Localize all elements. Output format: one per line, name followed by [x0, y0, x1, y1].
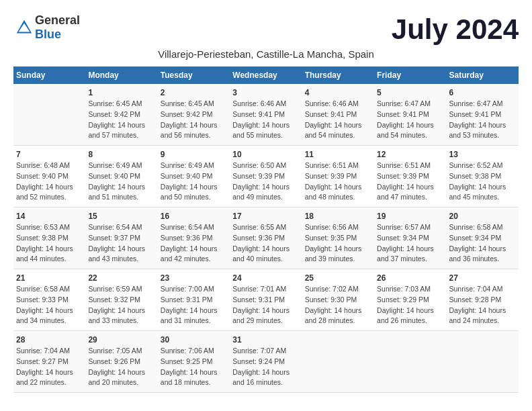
- calendar-week-row: 28Sunrise: 7:04 AM Sunset: 9:27 PM Dayli…: [13, 331, 519, 393]
- calendar-day-cell: 18Sunrise: 6:56 AM Sunset: 9:35 PM Dayli…: [302, 208, 374, 269]
- calendar-day-cell: 13Sunrise: 6:52 AM Sunset: 9:38 PM Dayli…: [447, 146, 519, 208]
- day-number: 14: [16, 212, 83, 221]
- calendar-day-cell: 7Sunrise: 6:48 AM Sunset: 9:40 PM Daylig…: [13, 146, 85, 208]
- day-info: Sunrise: 7:05 AM Sunset: 9:26 PM Dayligh…: [88, 346, 154, 388]
- day-number: 23: [161, 273, 227, 283]
- day-number: 27: [449, 273, 516, 283]
- calendar-week-row: 1Sunrise: 6:45 AM Sunset: 9:42 PM Daylig…: [13, 84, 519, 146]
- day-info: Sunrise: 7:04 AM Sunset: 9:28 PM Dayligh…: [449, 284, 516, 326]
- day-number: 5: [377, 88, 443, 97]
- day-number: 29: [88, 335, 154, 345]
- day-info: Sunrise: 6:57 AM Sunset: 9:34 PM Dayligh…: [377, 222, 443, 265]
- day-info: Sunrise: 6:49 AM Sunset: 9:40 PM Dayligh…: [161, 161, 227, 203]
- day-number: 19: [377, 212, 443, 221]
- calendar-day-cell: 27Sunrise: 7:04 AM Sunset: 9:28 PM Dayli…: [447, 269, 519, 331]
- day-info: Sunrise: 6:46 AM Sunset: 9:41 PM Dayligh…: [305, 99, 371, 141]
- day-number: 28: [16, 335, 83, 345]
- day-info: Sunrise: 6:47 AM Sunset: 9:41 PM Dayligh…: [449, 99, 516, 141]
- logo-general: General: [35, 13, 80, 27]
- day-number: 3: [232, 88, 299, 97]
- column-header-thursday: Thursday: [302, 66, 374, 84]
- day-info: Sunrise: 6:50 AM Sunset: 9:39 PM Dayligh…: [232, 161, 299, 203]
- calendar-day-cell: [374, 331, 446, 393]
- day-number: 8: [88, 150, 154, 159]
- calendar-day-cell: 23Sunrise: 7:00 AM Sunset: 9:31 PM Dayli…: [158, 269, 230, 331]
- calendar-day-cell: [447, 331, 519, 393]
- page-subtitle: Villarejo-Periesteban, Castille-La Manch…: [13, 48, 519, 60]
- day-number: 26: [377, 273, 443, 283]
- day-number: 7: [16, 150, 83, 159]
- day-info: Sunrise: 6:46 AM Sunset: 9:41 PM Dayligh…: [232, 99, 299, 141]
- calendar-day-cell: 19Sunrise: 6:57 AM Sunset: 9:34 PM Dayli…: [374, 208, 446, 269]
- day-number: 10: [232, 150, 299, 159]
- day-info: Sunrise: 6:49 AM Sunset: 9:40 PM Dayligh…: [88, 161, 154, 203]
- day-number: 20: [449, 212, 516, 221]
- day-number: 31: [232, 335, 299, 345]
- logo-blue: Blue: [35, 28, 61, 41]
- calendar-day-cell: 5Sunrise: 6:47 AM Sunset: 9:41 PM Daylig…: [374, 84, 446, 146]
- calendar-day-cell: 11Sunrise: 6:51 AM Sunset: 9:39 PM Dayli…: [302, 146, 374, 208]
- column-header-monday: Monday: [85, 66, 157, 84]
- calendar-day-cell: 2Sunrise: 6:45 AM Sunset: 9:42 PM Daylig…: [158, 84, 230, 146]
- calendar-day-cell: 31Sunrise: 7:07 AM Sunset: 9:24 PM Dayli…: [230, 331, 302, 393]
- day-number: 12: [377, 150, 443, 159]
- day-number: 22: [88, 273, 154, 283]
- day-info: Sunrise: 7:01 AM Sunset: 9:31 PM Dayligh…: [232, 284, 299, 326]
- calendar-day-cell: 10Sunrise: 6:50 AM Sunset: 9:39 PM Dayli…: [230, 146, 302, 208]
- day-info: Sunrise: 6:51 AM Sunset: 9:39 PM Dayligh…: [305, 161, 371, 203]
- calendar-day-cell: 12Sunrise: 6:51 AM Sunset: 9:39 PM Dayli…: [374, 146, 446, 208]
- calendar-day-cell: 16Sunrise: 6:54 AM Sunset: 9:36 PM Dayli…: [158, 208, 230, 269]
- day-number: 13: [449, 150, 516, 159]
- day-info: Sunrise: 7:07 AM Sunset: 9:24 PM Dayligh…: [232, 346, 299, 388]
- column-header-saturday: Saturday: [447, 66, 519, 84]
- calendar-header-row: SundayMondayTuesdayWednesdayThursdayFrid…: [13, 66, 519, 84]
- calendar-day-cell: 30Sunrise: 7:06 AM Sunset: 9:25 PM Dayli…: [158, 331, 230, 393]
- day-info: Sunrise: 6:52 AM Sunset: 9:38 PM Dayligh…: [449, 161, 516, 203]
- day-info: Sunrise: 6:59 AM Sunset: 9:32 PM Dayligh…: [88, 284, 154, 326]
- day-number: 17: [232, 212, 299, 221]
- calendar-day-cell: 15Sunrise: 6:54 AM Sunset: 9:37 PM Dayli…: [85, 208, 157, 269]
- day-info: Sunrise: 6:56 AM Sunset: 9:35 PM Dayligh…: [305, 222, 371, 265]
- day-info: Sunrise: 6:54 AM Sunset: 9:37 PM Dayligh…: [88, 222, 154, 265]
- day-info: Sunrise: 6:48 AM Sunset: 9:40 PM Dayligh…: [16, 161, 83, 203]
- calendar-day-cell: [302, 331, 374, 393]
- day-info: Sunrise: 6:45 AM Sunset: 9:42 PM Dayligh…: [161, 99, 227, 141]
- calendar-week-row: 14Sunrise: 6:53 AM Sunset: 9:38 PM Dayli…: [13, 208, 519, 269]
- column-header-friday: Friday: [374, 66, 446, 84]
- day-info: Sunrise: 7:04 AM Sunset: 9:27 PM Dayligh…: [16, 346, 83, 388]
- day-info: Sunrise: 6:58 AM Sunset: 9:34 PM Dayligh…: [449, 222, 516, 265]
- calendar-day-cell: 6Sunrise: 6:47 AM Sunset: 9:41 PM Daylig…: [447, 84, 519, 146]
- day-number: 1: [88, 88, 154, 97]
- calendar-day-cell: 14Sunrise: 6:53 AM Sunset: 9:38 PM Dayli…: [13, 208, 85, 269]
- day-number: 21: [16, 273, 83, 283]
- calendar-day-cell: [13, 84, 85, 146]
- day-info: Sunrise: 6:58 AM Sunset: 9:33 PM Dayligh…: [16, 284, 83, 326]
- day-info: Sunrise: 7:06 AM Sunset: 9:25 PM Dayligh…: [161, 346, 227, 388]
- day-info: Sunrise: 6:54 AM Sunset: 9:36 PM Dayligh…: [161, 222, 227, 265]
- day-number: 15: [88, 212, 154, 221]
- column-header-tuesday: Tuesday: [158, 66, 230, 84]
- calendar-table: SundayMondayTuesdayWednesdayThursdayFrid…: [13, 66, 519, 393]
- day-number: 25: [305, 273, 371, 283]
- day-info: Sunrise: 6:55 AM Sunset: 9:36 PM Dayligh…: [232, 222, 299, 265]
- calendar-day-cell: 1Sunrise: 6:45 AM Sunset: 9:42 PM Daylig…: [85, 84, 157, 146]
- day-number: 18: [305, 212, 371, 221]
- day-number: 24: [232, 273, 299, 283]
- calendar-day-cell: 22Sunrise: 6:59 AM Sunset: 9:32 PM Dayli…: [85, 269, 157, 331]
- day-number: 16: [161, 212, 227, 221]
- calendar-day-cell: 9Sunrise: 6:49 AM Sunset: 9:40 PM Daylig…: [158, 146, 230, 208]
- day-info: Sunrise: 6:51 AM Sunset: 9:39 PM Dayligh…: [377, 161, 443, 203]
- day-info: Sunrise: 6:53 AM Sunset: 9:38 PM Dayligh…: [16, 222, 83, 265]
- column-header-sunday: Sunday: [13, 66, 85, 84]
- day-info: Sunrise: 7:02 AM Sunset: 9:30 PM Dayligh…: [305, 284, 371, 326]
- day-number: 9: [161, 150, 227, 159]
- day-info: Sunrise: 7:03 AM Sunset: 9:29 PM Dayligh…: [377, 284, 443, 326]
- calendar-day-cell: 8Sunrise: 6:49 AM Sunset: 9:40 PM Daylig…: [85, 146, 157, 208]
- day-info: Sunrise: 6:45 AM Sunset: 9:42 PM Dayligh…: [88, 99, 154, 141]
- calendar-day-cell: 3Sunrise: 6:46 AM Sunset: 9:41 PM Daylig…: [230, 84, 302, 146]
- calendar-day-cell: 29Sunrise: 7:05 AM Sunset: 9:26 PM Dayli…: [85, 331, 157, 393]
- day-number: 4: [305, 88, 371, 97]
- calendar-day-cell: 24Sunrise: 7:01 AM Sunset: 9:31 PM Dayli…: [230, 269, 302, 331]
- day-number: 2: [161, 88, 227, 97]
- day-number: 6: [449, 88, 516, 97]
